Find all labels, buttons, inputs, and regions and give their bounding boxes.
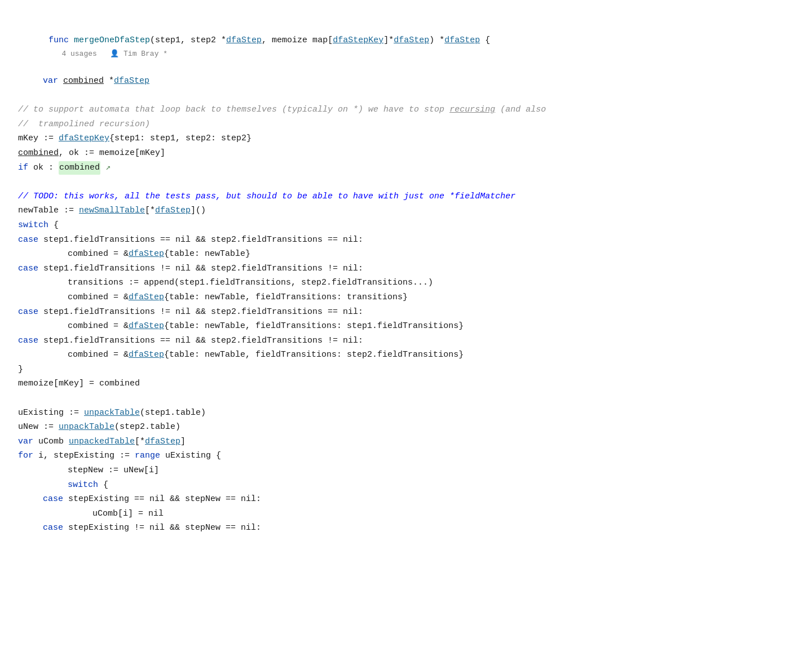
unew-args: (step2.table) [114, 420, 180, 434]
uexisting-args: (step1.table) [140, 406, 206, 420]
type-dfaStep-6[interactable]: dfaStep [129, 247, 164, 261]
line-transitions: transitions := append(step1.fieldTransit… [14, 276, 812, 291]
switch-brace-2: { [103, 478, 108, 492]
newtable-bracket: [* [145, 204, 155, 218]
type-unpackedTable[interactable]: unpackedTable [69, 435, 135, 449]
func-params-3: ]* [383, 36, 394, 45]
todo-text: // TODO: this works, all the tests pass,… [18, 190, 515, 203]
case-2-text: step1.fieldTransitions != nil && step2.f… [43, 262, 363, 276]
usage-meta: 4 usages 👤 Tim Bray * [48, 50, 167, 58]
line-combined-assign-2: combined = &dfaStep{table: newTable, fie… [14, 291, 812, 305]
line-case-1: case step1.fieldTransitions == nil && st… [14, 233, 812, 248]
for-vars: i, stepExisting := [38, 449, 135, 463]
line-empty-2 [14, 175, 812, 190]
line-todo-comment: // TODO: this works, all the tests pass,… [14, 190, 812, 205]
keyword-if: if [18, 161, 33, 175]
type-dfaStep-5[interactable]: dfaStep [155, 204, 191, 218]
line-combined-assign-1: combined = &dfaStep{table: newTable} [14, 247, 812, 262]
case-4-text: step1.fieldTransitions == nil && step2.f… [43, 334, 363, 348]
line-if-ok: if ok : combined ↗ [14, 161, 812, 176]
type-dfaStep-8[interactable]: dfaStep [129, 320, 164, 333]
func-params: (step1, step2 * [150, 36, 226, 45]
keyword-case-3: case [18, 305, 43, 319]
case-3-text: step1.fieldTransitions != nil && step2.f… [43, 305, 363, 319]
keyword-switch-2: switch [68, 478, 103, 492]
type-dfaStepKey-2[interactable]: dfaStepKey [59, 132, 109, 145]
line-case-stepexisting-notnil: case stepExisting != nil && stepNew == n… [14, 521, 812, 536]
ucomb-nil-text: uComb[i] = nil [92, 507, 164, 521]
type-dfaStep-4[interactable]: dfaStep [114, 74, 149, 88]
line-switch-2: switch { [14, 478, 812, 493]
type-dfaStep-3[interactable]: dfaStep [444, 36, 480, 45]
type-dfaStep-2[interactable]: dfaStep [394, 36, 429, 45]
ucomb-bracket: [* [135, 435, 145, 449]
switch-brace-1: { [54, 219, 59, 232]
combined-assign-1-struct: {table: newTable} [164, 247, 250, 261]
newtable-call: ]() [191, 204, 206, 218]
keyword-switch-1: switch [18, 219, 54, 232]
combined-assign-3-struct: {table: newTable, fieldTransitions: step… [164, 320, 464, 333]
func-brace: { [480, 36, 490, 45]
type-dfaStepKey[interactable]: dfaStepKey [333, 36, 383, 45]
line-combined-ok: combined, ok := memoize[mKey] [14, 147, 812, 161]
func-name: mergeOneDfaStep [74, 36, 150, 45]
transitions-text: transitions := append(step1.fieldTransit… [68, 276, 433, 290]
mkey-text: mKey := [18, 132, 59, 145]
case-5-text: stepExisting == nil && stepNew == nil: [68, 493, 261, 506]
memoize-assign-text: memoize[mKey] = combined [18, 377, 140, 391]
line-combined-assign-3: combined = &dfaStep{table: newTable, fie… [14, 320, 812, 334]
line-var-ucomb: var uComb unpackedTable[*dfaStep] [14, 435, 812, 450]
func-newSmallTable[interactable]: newSmallTable [79, 204, 145, 218]
line-comment-2: // trampolined recursion) [14, 118, 812, 132]
ucomb-close: ] [180, 435, 186, 449]
code-editor: func mergeOneDfaStep(step1, step2 *dfaSt… [14, 11, 812, 656]
line-case-3: case step1.fieldTransitions != nil && st… [14, 305, 812, 320]
func-unpackTable-2[interactable]: unpackTable [59, 420, 114, 434]
type-dfaStep-10[interactable]: dfaStep [145, 435, 180, 449]
stepnew-text: stepNew := uNew[i] [68, 464, 159, 477]
line-comment-1: // to support automata that loop back to… [14, 103, 812, 118]
line-for: for i, stepExisting := range uExisting { [14, 449, 812, 464]
combined-assign-4-text: combined = & [68, 348, 129, 362]
line-uexisting: uExisting := unpackTable(step1.table) [14, 406, 812, 421]
combined-assign-1-text: combined = & [68, 247, 129, 261]
type-dfaStep-1[interactable]: dfaStep [226, 36, 262, 45]
line-combined-assign-4: combined = &dfaStep{table: newTable, fie… [14, 348, 812, 363]
var-combined: combined [63, 74, 104, 88]
comment-text-2: // trampolined recursion) [18, 118, 150, 131]
keyword-range: range [135, 449, 165, 463]
comment-text-1: // to support automata that loop back to… [18, 103, 546, 117]
keyword-for: for [18, 449, 38, 463]
if-condition: ok : [33, 161, 59, 175]
uexisting-text: uExisting := [18, 406, 84, 420]
func-params-4: ) * [429, 36, 444, 45]
line-empty-3 [14, 392, 812, 406]
highlight-combined: combined [59, 161, 100, 175]
line-mkey: mKey := dfaStepKey{step1: step1, step2: … [14, 132, 812, 147]
case-6-text: stepExisting != nil && stepNew == nil: [68, 521, 261, 535]
keyword-func: func [48, 36, 74, 45]
keyword-case-2: case [18, 262, 43, 276]
combined-assign-3-text: combined = & [68, 320, 129, 333]
line-unew: uNew := unpackTable(step2.table) [14, 420, 812, 435]
line-var-combined: var combined *dfaStep [14, 74, 812, 89]
newtable-text: newTable := [18, 204, 79, 218]
keyword-case-6: case [43, 521, 68, 535]
line-empty-1 [14, 89, 812, 104]
line-switch-1: switch { [14, 219, 812, 233]
line-memoize-assign: memoize[mKey] = combined [14, 377, 812, 392]
switch-close-brace: } [18, 363, 23, 376]
unew-text: uNew := [18, 420, 59, 434]
mkey-struct: {step1: step1, step2: step2} [109, 132, 251, 145]
func-unpackTable-1[interactable]: unpackTable [84, 406, 140, 420]
keyword-case-1: case [18, 233, 43, 247]
type-dfaStep-9[interactable]: dfaStep [129, 348, 164, 362]
func-params-2: , memoize map[ [262, 36, 333, 45]
type-dfaStep-7[interactable]: dfaStep [129, 291, 164, 304]
case-1-text: step1.fieldTransitions == nil && step2.f… [43, 233, 363, 247]
keyword-case-4: case [18, 334, 43, 348]
for-range: uExisting { [165, 449, 221, 463]
var-type: * [104, 74, 114, 88]
line-func-signature: func mergeOneDfaStep(step1, step2 *dfaSt… [14, 20, 812, 74]
combined-assign-2-struct: {table: newTable, fieldTransitions: tran… [164, 291, 408, 304]
